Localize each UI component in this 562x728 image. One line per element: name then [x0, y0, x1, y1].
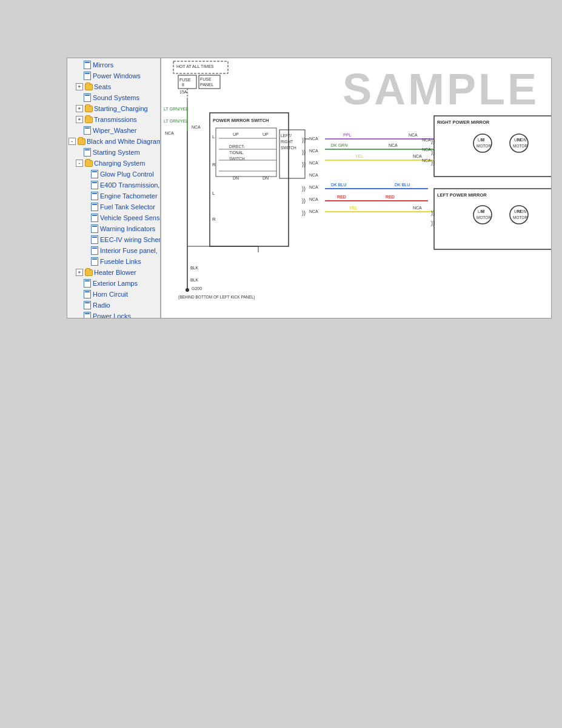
- sidebar-item[interactable]: Starting System: [67, 147, 160, 158]
- doc-icon: [90, 203, 99, 211]
- svg-text:PPL: PPL: [343, 133, 351, 137]
- svg-text:YEL: YEL: [355, 154, 363, 158]
- sidebar-item-label: Engine Tachometer: [100, 191, 158, 201]
- doc-icon: [83, 148, 92, 157]
- sidebar-item-label: Fuel Tank Selector: [100, 202, 155, 212]
- sidebar-item-label: Glow Plug Control: [100, 169, 154, 179]
- sidebar-item[interactable]: Exterior Lamps: [67, 278, 160, 289]
- expand-button[interactable]: -: [69, 138, 76, 145]
- svg-text:NCA: NCA: [309, 149, 318, 153]
- folder-icon: [84, 104, 93, 113]
- doc-icon: [90, 246, 99, 255]
- sidebar-item[interactable]: Fuseble Links: [67, 256, 160, 267]
- folder-icon: [84, 115, 93, 124]
- svg-text:NCA: NCA: [422, 138, 431, 142]
- sidebar-item[interactable]: +Heater Blower: [67, 267, 160, 278]
- svg-text:NCA: NCA: [389, 143, 398, 147]
- svg-text:LEFT POWER MIRROR: LEFT POWER MIRROR: [437, 192, 487, 198]
- doc-icon: [83, 126, 92, 135]
- svg-text:)): )): [431, 160, 435, 166]
- svg-text:M: M: [517, 137, 521, 143]
- sidebar-item[interactable]: Glow Plug Control: [67, 169, 160, 180]
- svg-text:MOTOR: MOTOR: [513, 215, 527, 220]
- svg-text:DN: DN: [263, 176, 269, 180]
- expand-button[interactable]: +: [76, 83, 83, 90]
- sidebar-item[interactable]: -Black and White Diagrams: [67, 136, 160, 147]
- expand-button[interactable]: +: [76, 269, 83, 276]
- doc-icon: [90, 235, 99, 244]
- svg-point-109: [186, 288, 189, 292]
- sidebar-item-label: Heater Blower: [94, 268, 136, 277]
- sidebar-item-label: Charging System: [94, 158, 145, 168]
- main-container: MirrorsPower Windows+SeatsSound Systems+…: [67, 58, 552, 318]
- svg-text:HOT AT ALL TIMES: HOT AT ALL TIMES: [176, 64, 214, 69]
- svg-text:LEFT/: LEFT/: [281, 133, 292, 138]
- expand-button[interactable]: +: [76, 105, 83, 112]
- svg-text:)): )): [431, 220, 435, 226]
- svg-text:NCA: NCA: [165, 131, 174, 135]
- sidebar-item[interactable]: Interior Fuse panel,: [67, 245, 160, 256]
- svg-text:NCA: NCA: [422, 158, 431, 163]
- sidebar-item-label: Interior Fuse panel,: [100, 246, 158, 255]
- sidebar-item[interactable]: Horn Circuit: [67, 289, 160, 300]
- svg-text:MOTOR: MOTOR: [477, 144, 491, 148]
- doc-icon: [90, 181, 99, 189]
- svg-text:UP: UP: [233, 132, 239, 136]
- expand-button[interactable]: -: [76, 160, 83, 167]
- sidebar-item[interactable]: Power Locks: [67, 311, 160, 318]
- svg-text:RIGHT: RIGHT: [281, 140, 293, 144]
- svg-text:LT GRN/YEL: LT GRN/YEL: [164, 107, 188, 111]
- diagram-area: HOT AT ALL TIMES FUSE 8 FUSE PANEL 15A L…: [161, 58, 551, 318]
- doc-icon: [83, 279, 92, 288]
- sidebar-item[interactable]: -Charging System: [67, 158, 160, 169]
- svg-text:NCA: NCA: [422, 147, 431, 152]
- svg-text:L: L: [212, 190, 215, 196]
- svg-text:NCA: NCA: [309, 197, 318, 201]
- svg-text:FUSE: FUSE: [200, 77, 212, 81]
- sidebar-item-label: Black and White Diagrams: [87, 136, 161, 146]
- svg-text:DK BLU: DK BLU: [395, 183, 410, 187]
- sidebar-item-label: Mirrors: [93, 60, 113, 70]
- doc-icon: [83, 312, 92, 318]
- svg-text:G200: G200: [192, 286, 202, 291]
- svg-text:)): )): [302, 186, 306, 192]
- svg-text:NCA: NCA: [309, 136, 318, 141]
- sidebar-item-label: Wiper_Washer: [93, 126, 136, 135]
- sidebar-item-label: Vehicle Speed Sensor: [100, 213, 161, 223]
- svg-text:DK BLU: DK BLU: [331, 183, 346, 187]
- sidebar-item-label: Exterior Lamps: [93, 278, 138, 288]
- sidebar-item[interactable]: E40D Transmission,: [67, 180, 160, 190]
- sidebar-item-label: Starting System: [93, 147, 140, 157]
- expand-button[interactable]: +: [76, 116, 83, 123]
- sidebar-item[interactable]: Vehicle Speed Sensor: [67, 212, 160, 223]
- svg-text:NCA: NCA: [413, 206, 422, 210]
- svg-text:)): )): [302, 137, 306, 143]
- sidebar-item[interactable]: Power Windows: [67, 70, 160, 81]
- sidebar-item[interactable]: Engine Tachometer: [67, 190, 160, 201]
- sidebar-item[interactable]: Fuel Tank Selector: [67, 201, 160, 212]
- svg-text:DK GRN: DK GRN: [331, 143, 347, 147]
- sidebar-item[interactable]: Wiper_Washer: [67, 125, 160, 136]
- sidebar-item[interactable]: +Seats: [67, 81, 160, 92]
- sidebar-item[interactable]: Warning Indicators: [67, 223, 160, 234]
- svg-rect-47: [434, 116, 551, 177]
- svg-text:LT GRN/YEL: LT GRN/YEL: [164, 119, 188, 123]
- sidebar-item-label: Power Windows: [93, 71, 141, 81]
- sidebar-item[interactable]: Radio: [67, 300, 160, 311]
- sidebar: MirrorsPower Windows+SeatsSound Systems+…: [67, 58, 161, 318]
- doc-icon: [90, 214, 99, 222]
- sidebar-item[interactable]: Sound Systems: [67, 92, 160, 103]
- svg-text:BLK: BLK: [190, 278, 199, 282]
- sidebar-item[interactable]: Mirrors: [67, 59, 160, 70]
- sidebar-item[interactable]: +Starting_Charging: [67, 103, 160, 114]
- folder-icon: [84, 159, 93, 167]
- svg-text:NCA: NCA: [409, 133, 418, 137]
- sidebar-item-label: Sound Systems: [93, 93, 139, 103]
- sidebar-item[interactable]: EEC-IV wiring Schematic: [67, 234, 160, 245]
- sidebar-item[interactable]: +Transmissions: [67, 114, 160, 125]
- svg-text:15A: 15A: [179, 90, 187, 94]
- svg-text:BLK: BLK: [190, 266, 199, 270]
- svg-text:M: M: [481, 209, 485, 214]
- doc-icon: [83, 301, 92, 309]
- svg-text:UP: UP: [263, 132, 269, 136]
